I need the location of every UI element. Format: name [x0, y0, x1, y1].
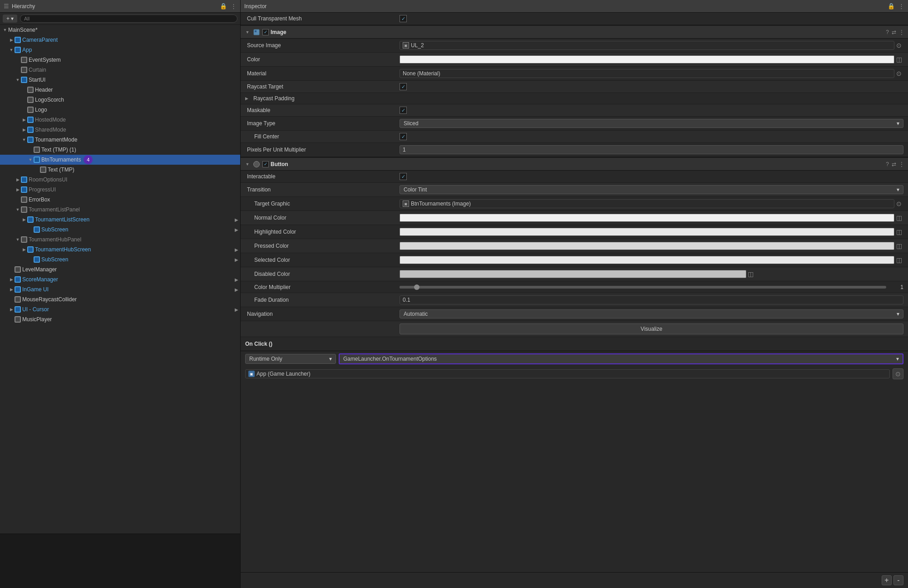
tree-item-logo[interactable]: ▶ Logo: [0, 105, 240, 115]
expand-arrow-btn-tournaments[interactable]: ▼: [27, 157, 34, 163]
expand-arrow-tournament-mode[interactable]: ▼: [21, 137, 27, 143]
expand-arrow-tournament-list-panel[interactable]: ▼: [15, 206, 21, 213]
expand-arrow-ui-cursor[interactable]: ▶: [8, 306, 15, 313]
tree-item-header[interactable]: ▶ Header: [0, 85, 240, 95]
button-settings-icon[interactable]: ⇄: [892, 161, 896, 167]
pressed-color-pick-btn[interactable]: ◫: [894, 241, 903, 250]
fill-center-checkbox[interactable]: [400, 133, 407, 140]
tree-item-text-tmp-1[interactable]: ▶ Text (TMP) (1): [0, 145, 240, 155]
expand-arrow-hosted-mode[interactable]: ▶: [21, 117, 27, 123]
image-section-checkbox[interactable]: [262, 29, 269, 35]
tree-item-tournament-list-screen[interactable]: ▶ TournamentListScreen ▶: [0, 215, 240, 225]
source-image-pick-btn[interactable]: ⊙: [894, 41, 903, 50]
tree-item-score-manager[interactable]: ▶ ScoreManager ▶: [0, 274, 240, 284]
tree-item-tournament-list-panel[interactable]: ▼ TournamentListPanel: [0, 205, 240, 215]
image-type-dropdown[interactable]: Sliced ▾: [400, 119, 903, 128]
visualize-button[interactable]: Visualize: [400, 323, 903, 334]
lock-icon[interactable]: 🔒: [220, 3, 227, 10]
button-help-icon[interactable]: ?: [886, 161, 889, 167]
button-menu-icon[interactable]: ⋮: [899, 161, 904, 167]
image-help-icon[interactable]: ?: [886, 29, 889, 35]
expand-arrow-score-manager[interactable]: ▶: [8, 276, 15, 283]
expand-arrow-tournament-hub-panel[interactable]: ▼: [15, 236, 21, 243]
runtime-dropdown[interactable]: Runtime Only ▾: [245, 354, 336, 364]
tree-item-tournament-mode[interactable]: ▼ TournamentMode: [0, 135, 240, 145]
expand-arrow-camera-parent[interactable]: ▶: [8, 37, 15, 43]
inspector-lock-icon[interactable]: 🔒: [888, 3, 895, 10]
tree-item-btn-tournaments[interactable]: ▼ BtnTournaments 4: [0, 155, 240, 165]
add-button[interactable]: + ▾: [3, 15, 17, 23]
obj-pick-btn[interactable]: ⊙: [893, 368, 903, 379]
tree-item-app[interactable]: ▼ App: [0, 45, 240, 55]
expand-arrow-shared-mode[interactable]: ▶: [21, 127, 27, 133]
tree-item-tournament-hub-screen[interactable]: ▶ TournamentHubScreen ▶: [0, 245, 240, 255]
raycast-target-checkbox[interactable]: [400, 83, 407, 90]
expand-arrow-in-game-ui[interactable]: ▶: [8, 286, 15, 293]
tree-item-mouse-raycast[interactable]: ▶ MouseRaycastCollider: [0, 294, 240, 304]
obj-field[interactable]: ▣ App (Game Launcher): [245, 369, 890, 378]
expand-arrow-progress-ui[interactable]: ▶: [15, 186, 21, 193]
maskable-checkbox[interactable]: [400, 107, 407, 114]
tree-item-curtain[interactable]: ▶ Curtain: [0, 65, 240, 75]
tree-item-event-system[interactable]: ▶ EventSystem: [0, 55, 240, 65]
tree-item-logo-scorch[interactable]: ▶ LogoScorch: [0, 95, 240, 105]
tree-item-camera-parent[interactable]: ▶ CameraParent: [0, 35, 240, 45]
disabled-color-field[interactable]: [400, 270, 746, 278]
remove-component-button[interactable]: -: [893, 575, 903, 585]
function-dropdown[interactable]: GameLauncher.OnTournamentOptions ▾: [339, 353, 903, 364]
selected-color-field[interactable]: [400, 256, 894, 264]
highlighted-color-pick-btn[interactable]: ◫: [894, 227, 903, 236]
selected-color-pick-btn[interactable]: ◫: [894, 255, 903, 265]
tree-item-start-ui[interactable]: ▼ StartUI: [0, 75, 240, 85]
image-section-header[interactable]: ▼ Image ? ⇄ ⋮: [241, 25, 908, 39]
expand-arrow-tournament-list-screen[interactable]: ▶: [21, 216, 27, 223]
tree-item-hosted-mode[interactable]: ▶ HostedMode: [0, 115, 240, 125]
pressed-color-field[interactable]: [400, 242, 894, 250]
expand-arrow-start-ui[interactable]: ▼: [15, 77, 21, 83]
source-image-field[interactable]: ▣ UL_2: [400, 41, 894, 50]
tree-item-progress-ui[interactable]: ▶ ProgressUI: [0, 185, 240, 195]
tree-item-ui-cursor[interactable]: ▶ UI - Cursor ▶: [0, 304, 240, 314]
target-graphic-field[interactable]: ▣ BtnTournaments (Image): [400, 199, 894, 208]
add-component-button[interactable]: +: [882, 575, 892, 585]
interactable-checkbox[interactable]: [400, 173, 407, 180]
normal-color-pick-btn[interactable]: ◫: [894, 213, 903, 222]
expand-arrow-main-scene[interactable]: ▼: [2, 27, 8, 33]
tree-item-sub-screen-2[interactable]: ▶ SubScreen ▶: [0, 255, 240, 265]
tree-item-main-scene[interactable]: ▼ MainScene*: [0, 25, 240, 35]
highlighted-color-field[interactable]: [400, 228, 894, 236]
navigation-dropdown[interactable]: Automatic ▾: [400, 309, 903, 318]
search-input[interactable]: [20, 15, 237, 23]
disabled-color-pick-btn[interactable]: ◫: [746, 270, 755, 279]
inspector-dots-icon[interactable]: ⋮: [898, 3, 904, 10]
tree-item-shared-mode[interactable]: ▶ SharedMode: [0, 125, 240, 135]
image-settings-icon[interactable]: ⇄: [892, 29, 896, 35]
pixels-per-unit-field[interactable]: 1: [400, 145, 903, 154]
material-pick-btn[interactable]: ⊙: [894, 69, 903, 78]
tree-item-music-player[interactable]: ▶ MusicPlayer: [0, 314, 240, 324]
tree-item-level-manager[interactable]: ▶ LevelManager: [0, 265, 240, 274]
material-field[interactable]: None (Material): [400, 69, 894, 78]
tree-item-in-game-ui[interactable]: ▶ InGame UI ▶: [0, 284, 240, 294]
tree-item-room-options-ui[interactable]: ▶ RoomOptionsUI: [0, 175, 240, 185]
expand-arrow-app[interactable]: ▼: [8, 47, 15, 53]
button-section-header[interactable]: ▼ Button ? ⇄ ⋮: [241, 157, 908, 171]
expand-arrow-tournament-hub-screen[interactable]: ▶: [21, 246, 27, 253]
hamburger-icon[interactable]: ☰: [4, 3, 9, 10]
color-field[interactable]: [400, 55, 894, 64]
tree-item-error-box[interactable]: ▶ ErrorBox: [0, 195, 240, 205]
color-pick-btn[interactable]: ◫: [894, 55, 903, 64]
button-section-checkbox[interactable]: [262, 161, 269, 167]
target-graphic-pick-btn[interactable]: ⊙: [894, 199, 903, 208]
fade-duration-field[interactable]: 0.1: [400, 295, 903, 304]
normal-color-field[interactable]: [400, 214, 894, 222]
color-multiplier-track[interactable]: [400, 286, 886, 289]
tree-item-sub-screen-1[interactable]: ▶ SubScreen ▶: [0, 225, 240, 235]
dots-icon[interactable]: ⋮: [231, 3, 237, 10]
expand-arrow-room-options[interactable]: ▶: [15, 176, 21, 183]
image-menu-icon[interactable]: ⋮: [899, 29, 904, 35]
tree-item-tournament-hub-panel[interactable]: ▼ TournamentHubPanel: [0, 235, 240, 245]
cull-transparent-mesh-checkbox[interactable]: [400, 15, 407, 22]
raycast-padding-row[interactable]: ▶ Raycast Padding: [241, 93, 908, 104]
transition-dropdown[interactable]: Color Tint ▾: [400, 185, 903, 194]
